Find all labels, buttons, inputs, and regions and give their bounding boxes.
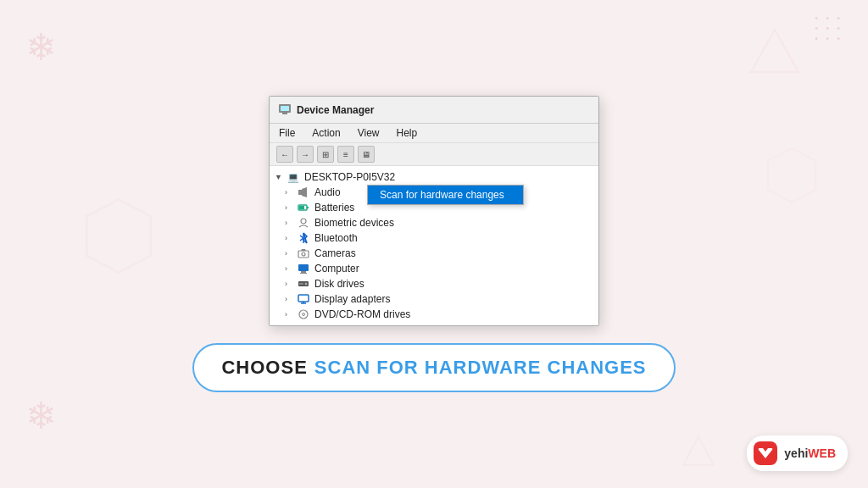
- context-menu[interactable]: Scan for hardware changes: [367, 185, 524, 205]
- computer-icon: [297, 262, 310, 275]
- tree-item-cameras[interactable]: › Cameras: [270, 246, 598, 261]
- svg-rect-10: [307, 207, 309, 208]
- window-title: Device Manager: [297, 104, 374, 116]
- chevron-right-icon: ›: [285, 188, 295, 197]
- audio-icon: [297, 186, 310, 199]
- instruction-highlight: SCAN FOR HARDWARE CHANGES: [314, 357, 647, 379]
- menubar: File Action View Help: [270, 124, 598, 143]
- tree-item-dvd[interactable]: › DVD/CD-ROM drives: [270, 307, 598, 322]
- camera-icon: [297, 247, 310, 260]
- tree-item-label: Disk drives: [314, 278, 364, 290]
- chevron-right-icon: ›: [285, 310, 295, 319]
- titlebar: Device Manager: [270, 97, 598, 124]
- tree-item-label: Display adapters: [314, 293, 390, 305]
- svg-rect-25: [299, 283, 303, 285]
- svg-point-12: [301, 219, 306, 224]
- chevron-right-icon: ›: [285, 295, 295, 303]
- chevron-right-icon: ›: [285, 249, 295, 258]
- display-icon: [297, 292, 310, 306]
- svg-rect-21: [301, 271, 306, 273]
- dvd-icon: [297, 308, 310, 321]
- brand-name-plain: yehi: [784, 446, 808, 460]
- tree-root: ▼ 💻 DESKTOP-P0I5V32 Scan for hardware ch…: [270, 169, 598, 322]
- disk-icon: [297, 277, 310, 291]
- svg-point-30: [303, 313, 305, 316]
- tree-root-item[interactable]: ▼ 💻 DESKTOP-P0I5V32: [270, 169, 598, 185]
- device-manager-window: Device Manager File Action View Help ← →…: [269, 96, 599, 326]
- svg-marker-19: [301, 249, 306, 251]
- biometric-icon: [297, 216, 310, 230]
- menu-action[interactable]: Action: [309, 126, 342, 140]
- tree-item-label: Audio: [314, 186, 341, 198]
- tree-item-disk[interactable]: › Disk drives: [270, 276, 598, 291]
- svg-rect-20: [298, 264, 309, 271]
- chevron-right-icon: ›: [285, 219, 295, 227]
- svg-rect-26: [298, 295, 309, 302]
- titlebar-icon: [278, 102, 292, 118]
- tree-item-display[interactable]: › Display adapters: [270, 291, 598, 307]
- svg-rect-6: [282, 113, 287, 114]
- chevron-right-icon: ›: [285, 203, 295, 212]
- forward-button[interactable]: →: [297, 146, 314, 163]
- svg-point-18: [302, 252, 305, 256]
- tree-item-bluetooth[interactable]: › Bluetooth: [270, 230, 598, 246]
- svg-rect-11: [299, 206, 304, 209]
- brand-name: yehiWEB: [784, 446, 836, 460]
- tree-item-label: Computer: [314, 263, 359, 274]
- chevron-right-icon: ›: [285, 234, 295, 242]
- instruction-banner: CHOOSE SCAN FOR HARDWARE CHANGES: [192, 343, 675, 392]
- tree-item-label: Batteries: [314, 202, 354, 214]
- back-button[interactable]: ←: [276, 146, 293, 163]
- main-content: Device Manager File Action View Help ← →…: [0, 0, 868, 488]
- brand-name-accent: WEB: [808, 446, 836, 460]
- tree-root-label: DESKTOP-P0I5V32: [304, 171, 395, 183]
- menu-view[interactable]: View: [355, 126, 382, 140]
- tree-item-label: Biometric devices: [314, 217, 394, 229]
- tree-item-label: DVD/CD-ROM drives: [314, 308, 410, 320]
- tree-item-label: Cameras: [314, 247, 356, 259]
- menu-help[interactable]: Help: [394, 126, 420, 140]
- battery-icon: [297, 201, 310, 214]
- tree-item-biometric[interactable]: › Biometric devices: [270, 215, 598, 230]
- instruction-prefix: CHOOSE: [221, 357, 307, 379]
- chevron-down-icon: ▼: [275, 173, 285, 181]
- toolbar: ← → ⊞ ≡ 🖥: [270, 143, 598, 166]
- grid-button[interactable]: ⊞: [317, 146, 334, 163]
- svg-rect-22: [300, 273, 307, 274]
- monitor-button[interactable]: 🖥: [358, 146, 375, 163]
- brand-logo: [754, 441, 777, 465]
- tree-view: ▼ 💻 DESKTOP-P0I5V32 Scan for hardware ch…: [270, 166, 598, 325]
- chevron-right-icon: ›: [285, 280, 295, 288]
- brand-badge: yehiWEB: [747, 435, 848, 471]
- svg-rect-17: [298, 251, 309, 258]
- context-menu-scan[interactable]: Scan for hardware changes: [368, 186, 523, 204]
- chevron-right-icon: ›: [285, 264, 295, 273]
- svg-marker-8: [302, 187, 307, 197]
- svg-point-29: [299, 310, 308, 319]
- list-button[interactable]: ≡: [337, 146, 354, 163]
- menu-file[interactable]: File: [276, 126, 298, 140]
- tree-item-label: Bluetooth: [314, 232, 358, 244]
- svg-rect-7: [298, 190, 302, 195]
- computer-icon: 💻: [287, 170, 300, 184]
- tree-item-computer[interactable]: › Computer: [270, 261, 598, 276]
- svg-rect-5: [281, 106, 289, 111]
- bluetooth-icon: [297, 231, 310, 245]
- svg-point-24: [305, 283, 308, 286]
